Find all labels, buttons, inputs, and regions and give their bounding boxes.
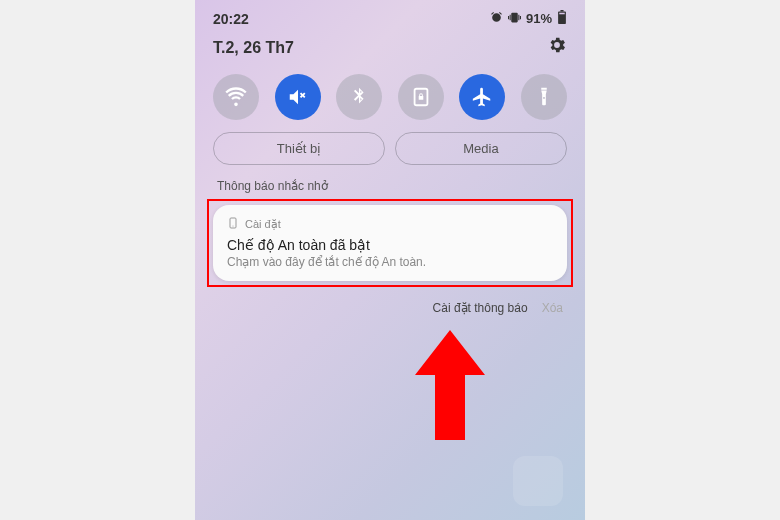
notification-settings-link[interactable]: Cài đặt thông báo xyxy=(433,301,528,315)
notification-title: Chế độ An toàn đã bật xyxy=(227,237,553,253)
clock: 20:22 xyxy=(213,11,249,27)
wifi-toggle[interactable] xyxy=(213,74,259,120)
mute-toggle[interactable] xyxy=(275,74,321,120)
notification-section-label: Thông báo nhắc nhở xyxy=(195,175,585,199)
quick-settings-row xyxy=(195,70,585,130)
notification-footer: Cài đặt thông báo Xóa xyxy=(195,287,585,329)
clear-all-link[interactable]: Xóa xyxy=(542,301,563,315)
control-pills: Thiết bị Media xyxy=(195,130,585,175)
notification-app-row: Cài đặt xyxy=(227,217,553,231)
notification-app-name: Cài đặt xyxy=(245,218,281,231)
devices-button[interactable]: Thiết bị xyxy=(213,132,385,165)
annotation-highlight: Cài đặt Chế độ An toàn đã bật Chạm vào đ… xyxy=(207,199,573,287)
media-button[interactable]: Media xyxy=(395,132,567,165)
svg-rect-0 xyxy=(560,10,563,12)
rotation-lock-toggle[interactable] xyxy=(398,74,444,120)
svg-rect-2 xyxy=(559,13,564,15)
notification-body: Chạm vào đây để tắt chế độ An toàn. xyxy=(227,255,553,269)
airplane-mode-toggle[interactable] xyxy=(459,74,505,120)
settings-app-icon xyxy=(227,217,239,231)
status-icons: 91% xyxy=(490,10,567,27)
status-bar: 20:22 91% xyxy=(195,0,585,31)
battery-icon xyxy=(557,10,567,27)
bluetooth-toggle[interactable] xyxy=(336,74,382,120)
faded-app-icon xyxy=(513,456,563,506)
date-text[interactable]: T.2, 26 Th7 xyxy=(213,39,294,57)
safe-mode-notification[interactable]: Cài đặt Chế độ An toàn đã bật Chạm vào đ… xyxy=(213,205,567,281)
flashlight-toggle[interactable] xyxy=(521,74,567,120)
annotation-arrow-icon xyxy=(415,330,485,440)
vibrate-icon xyxy=(508,11,521,27)
settings-gear-icon[interactable] xyxy=(547,35,567,60)
date-row: T.2, 26 Th7 xyxy=(195,31,585,70)
battery-text: 91% xyxy=(526,11,552,26)
svg-point-5 xyxy=(233,226,234,227)
notification-shade: 20:22 91% T.2, 26 Th7 xyxy=(195,0,585,520)
alarm-icon xyxy=(490,11,503,27)
